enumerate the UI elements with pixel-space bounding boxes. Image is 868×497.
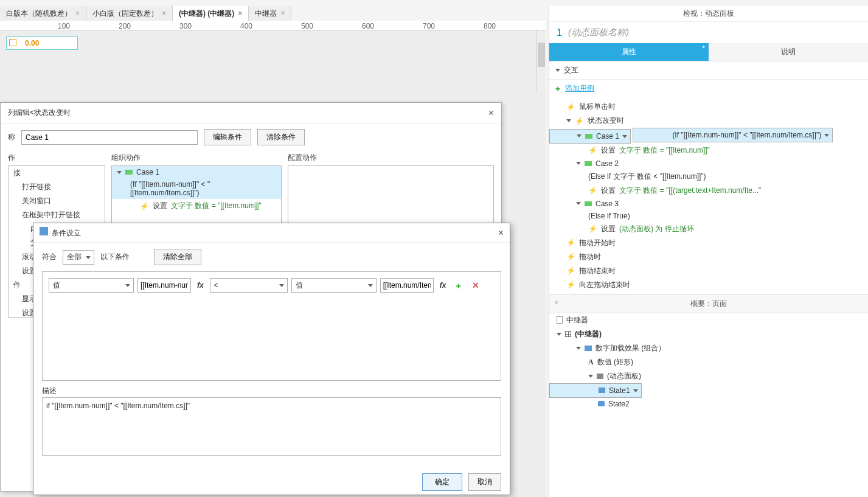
chevron-down-icon [577,134,582,137]
case-2[interactable]: Case 2 [549,158,868,170]
bolt-icon: ⚡ [566,266,575,275]
left-type-select[interactable]: 值 [49,278,134,293]
case-1-condition[interactable]: (If "[[Item.num-num]]" < "[[Item.num/Ite… [633,128,833,142]
state-icon [598,401,605,406]
chevron-down-icon [576,202,581,205]
event-ondragstart[interactable]: ⚡拖动开始时 [549,236,868,250]
ok-button[interactable]: 确定 [422,473,462,491]
action-item[interactable]: 关闭窗口 [9,194,105,208]
match-label: 符合 [42,252,57,262]
inspector-tabs: 属性* 说明 [549,43,868,61]
page-icon [557,316,563,324]
condition-builder-dialog: 条件设立 × 符合 全部 以下条件 清除全部 值 fx < 值 fx + ✕ 描… [33,223,510,495]
fx-button[interactable]: fx [195,281,206,290]
chevron-down-icon [555,69,560,72]
chevron-down-icon [576,347,581,350]
panel-name-input[interactable]: (动态面板名称) [568,27,629,38]
clear-all-button[interactable]: 清除全部 [154,249,201,265]
case-2-action[interactable]: ⚡设置 文字于 数值 = "[[(target.text+Item.num/It… [549,184,868,198]
close-icon[interactable]: × [162,9,166,18]
org-condition-row[interactable]: (If "[[Item.num-num]]" < "[[Item.num/Ite… [112,178,281,199]
inspector-header: 检视：动态面板 [549,6,868,22]
close-icon[interactable]: × [238,9,242,18]
case-3[interactable]: Case 3 [549,198,868,210]
tab-notes[interactable]: 说明 [709,43,868,61]
outline-group[interactable]: 数字加载效果 (组合） [549,341,868,355]
tab-repeater-inner[interactable]: (中继器) (中继器)× [173,6,249,21]
add-condition-icon[interactable]: + [452,280,465,291]
plus-icon: + [555,84,560,94]
outline-page[interactable]: 中继器 [549,313,868,327]
scrollbar-vertical[interactable] [536,30,546,91]
tab-fixed[interactable]: 小白版（固定数差）× [86,6,173,21]
bolt-icon: ⚡ [575,117,584,125]
outline-repeater[interactable]: (中继器) [549,327,868,341]
bolt-icon: ⚡ [140,202,149,210]
org-action-row[interactable]: ⚡设置 文字于 数值 = "[[Item.num]]" [112,199,281,213]
left-value-input[interactable] [137,278,191,293]
col-organize-header: 组织动作 [111,150,282,165]
case-icon [585,134,592,139]
case-2-condition[interactable]: (Else If 文字于 数值 < "[[Item.num]]") [549,170,868,184]
case-name-input[interactable] [21,130,198,145]
close-icon[interactable]: × [75,9,80,18]
outline-shape[interactable]: A数值 (矩形) [549,355,868,369]
event-ondragleft[interactable]: ⚡向左拖动结束时 [549,278,868,292]
bolt-icon: ⚡ [588,146,597,155]
app-icon [40,227,48,235]
event-ondragend[interactable]: ⚡拖动结束时 [549,264,868,278]
close-icon[interactable]: × [280,9,285,18]
edit-condition-button[interactable]: 编辑条件 [204,129,251,145]
state-icon [599,388,605,393]
dialog-title: 列编辑<状态改变时 [8,108,71,119]
outline-state1[interactable]: State1 [549,383,642,398]
action-item[interactable]: 接 [9,166,105,180]
tab-repeater[interactable]: 中继器× [249,6,291,21]
bolt-icon: ⚡ [566,252,575,261]
cancel-button[interactable]: 取消 [468,473,501,491]
operator-select[interactable]: < [210,278,288,293]
event-onstatechange[interactable]: ⚡状态改变时 [549,114,868,128]
number-widget[interactable]: 0.00 [6,36,78,50]
name-label: 称 [8,132,15,142]
case-3-action[interactable]: ⚡设置 (动态面板) 为 停止循环 [549,222,868,236]
col-actions-header: 作 [8,150,105,165]
case-1[interactable]: Case 1 [549,129,631,144]
bolt-icon: ⚡ [588,224,597,233]
case-icon [125,170,133,175]
condition-row: 值 fx < 值 fx + ✕ [49,278,495,293]
tab-random[interactable]: 白版本（随机数差）× [0,6,86,21]
case-1-action[interactable]: ⚡设置 文字于 数值 = "[[Item.num]]" [549,144,868,158]
section-interactions[interactable]: 交互 [549,61,868,80]
chevron-down-icon [117,171,122,174]
dialog-header: 列编辑<状态改变时 × [1,103,501,124]
folder-icon [585,346,592,351]
action-item[interactable]: 在框架中打开链接 [9,208,105,222]
event-ondrag[interactable]: ⚡拖动时 [549,250,868,264]
outline-header: ×概要：页面 [549,294,868,313]
close-icon[interactable]: × [554,299,558,307]
org-case-row[interactable]: Case 1 [112,166,281,178]
close-icon[interactable]: × [498,228,504,238]
remove-condition-icon[interactable]: ✕ [468,280,483,290]
case-3-condition[interactable]: (Else If True) [549,210,868,222]
outline-dp[interactable]: (动态面板) [549,369,868,383]
description-box[interactable]: if "[[Item.num-num]]" < "[[Item.num/Item… [42,397,501,456]
ruler-horizontal: 100 200 300 400 500 600 700 800 [0,21,546,30]
clear-condition-button[interactable]: 清除条件 [257,129,305,145]
close-icon[interactable]: × [488,108,494,119]
fx-button[interactable]: fx [437,281,449,290]
inspector-title-row: 1 (动态面板名称) [549,22,868,43]
chevron-down-icon [588,375,593,378]
tab-properties[interactable]: 属性* [549,43,709,61]
action-item[interactable]: 打开链接 [9,180,105,194]
match-select[interactable]: 全部 [63,250,94,265]
outline-state2[interactable]: State2 [549,398,868,410]
add-case-link[interactable]: +添加用例 [549,80,868,97]
chevron-down-icon [566,119,571,122]
event-onclick[interactable]: ⚡鼠标单击时 [549,100,868,114]
scrollbar-thumb[interactable] [538,43,545,67]
right-type-select[interactable]: 值 [291,278,377,293]
col-config-header: 配置动作 [288,150,494,165]
right-value-input[interactable] [380,278,434,293]
